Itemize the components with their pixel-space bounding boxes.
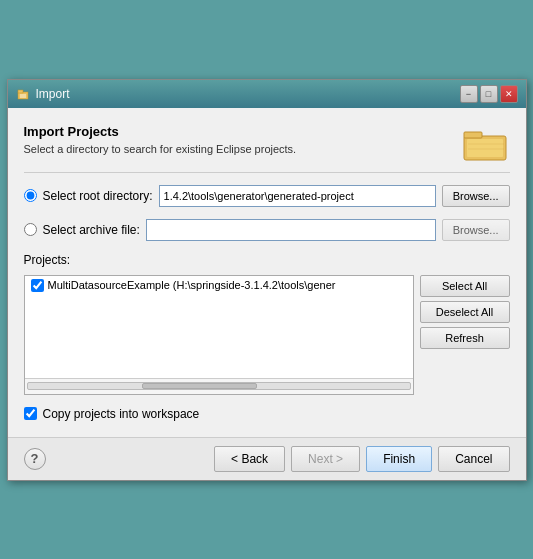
root-directory-input[interactable]: [159, 185, 436, 207]
footer-left: ?: [24, 448, 46, 470]
horizontal-scrollbar[interactable]: [25, 378, 413, 394]
header-section: Import Projects Select a directory to se…: [24, 124, 510, 173]
folder-icon: [462, 124, 510, 164]
projects-list-container: MultiDatasourceExample (H:\springside-3.…: [24, 275, 414, 395]
projects-label: Projects:: [24, 253, 510, 267]
select-all-button[interactable]: Select All: [420, 275, 510, 297]
import-dialog: Import − □ ✕ Import Projects Select a di…: [7, 79, 527, 481]
dialog-footer: ? < Back Next > Finish Cancel: [8, 437, 526, 480]
refresh-button[interactable]: Refresh: [420, 327, 510, 349]
svg-rect-4: [464, 132, 482, 138]
title-bar-left: Import: [16, 87, 70, 101]
deselect-all-button[interactable]: Deselect All: [420, 301, 510, 323]
project-checkbox[interactable]: [31, 279, 44, 292]
dialog-title: Import Projects: [24, 124, 297, 139]
scrollbar-track: [27, 382, 411, 390]
archive-file-row: Select archive file: Browse...: [24, 219, 510, 241]
title-bar-controls: − □ ✕: [460, 85, 518, 103]
list-item[interactable]: MultiDatasourceExample (H:\springside-3.…: [25, 276, 413, 295]
scrollbar-thumb: [142, 383, 257, 389]
root-directory-browse-button[interactable]: Browse...: [442, 185, 510, 207]
minimize-button[interactable]: −: [460, 85, 478, 103]
archive-file-label: Select archive file:: [43, 223, 140, 237]
window-title: Import: [36, 87, 70, 101]
help-button[interactable]: ?: [24, 448, 46, 470]
project-name: MultiDatasourceExample (H:\springside-3.…: [48, 279, 336, 291]
footer-buttons: < Back Next > Finish Cancel: [214, 446, 509, 472]
title-bar: Import − □ ✕: [8, 80, 526, 108]
dialog-subtitle: Select a directory to search for existin…: [24, 143, 297, 155]
finish-button[interactable]: Finish: [366, 446, 432, 472]
archive-file-radio[interactable]: [24, 223, 37, 236]
cancel-button[interactable]: Cancel: [438, 446, 509, 472]
dialog-content: Import Projects Select a directory to se…: [8, 108, 526, 437]
copy-projects-label: Copy projects into workspace: [43, 407, 200, 421]
window-icon: [16, 87, 30, 101]
projects-list[interactable]: MultiDatasourceExample (H:\springside-3.…: [25, 276, 413, 378]
root-directory-row: Select root directory: Browse...: [24, 185, 510, 207]
svg-rect-5: [467, 139, 503, 157]
root-directory-label: Select root directory:: [43, 189, 153, 203]
svg-rect-2: [20, 94, 26, 98]
back-button[interactable]: < Back: [214, 446, 285, 472]
header-text: Import Projects Select a directory to se…: [24, 124, 297, 155]
svg-rect-1: [18, 90, 23, 93]
copy-projects-checkbox[interactable]: [24, 407, 37, 420]
close-button[interactable]: ✕: [500, 85, 518, 103]
next-button[interactable]: Next >: [291, 446, 360, 472]
root-directory-radio[interactable]: [24, 189, 37, 202]
archive-file-browse-button[interactable]: Browse...: [442, 219, 510, 241]
archive-file-input[interactable]: [146, 219, 436, 241]
side-buttons: Select All Deselect All Refresh: [420, 275, 510, 395]
maximize-button[interactable]: □: [480, 85, 498, 103]
projects-area: MultiDatasourceExample (H:\springside-3.…: [24, 275, 510, 395]
copy-projects-row: Copy projects into workspace: [24, 407, 510, 421]
